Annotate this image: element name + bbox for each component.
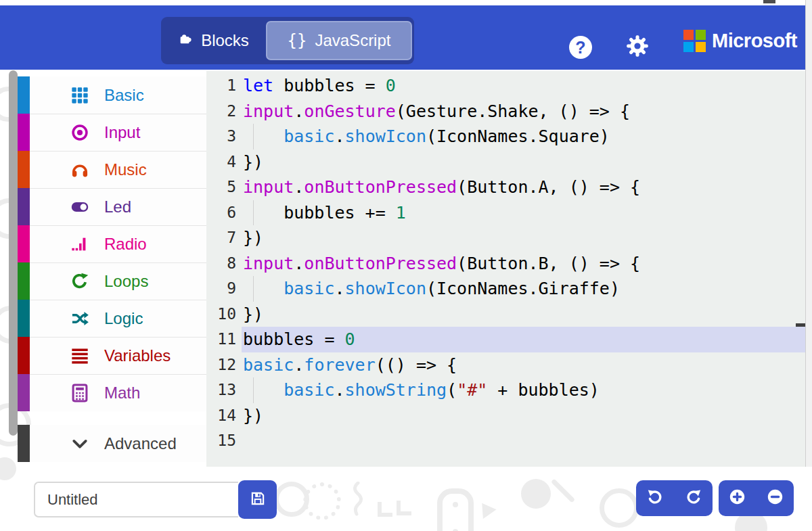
line-number: 15 (206, 428, 242, 454)
target-icon (70, 123, 89, 142)
code-text: input.onGesture(Gesture.Shake, () => { (242, 99, 805, 124)
sidebar-item-math[interactable]: Math (18, 374, 206, 411)
sidebar-item-label: Loops (104, 272, 148, 291)
line-number: 14 (206, 403, 242, 429)
doodle-shape (397, 501, 411, 515)
help-button[interactable]: ? (569, 36, 592, 59)
headphones-icon (70, 160, 89, 179)
category-color-strip (18, 337, 30, 374)
sidebar-item-music[interactable]: Music (18, 151, 206, 188)
puzzle-icon (178, 31, 193, 50)
editor-view-toggle: Blocks {} JavaScript (161, 17, 414, 64)
category-color-strip (18, 262, 30, 300)
category-color-strip (18, 374, 30, 411)
question-icon: ? (575, 38, 585, 57)
undo-button[interactable] (639, 480, 671, 516)
sidebar-item-loops[interactable]: Loops (18, 262, 206, 300)
code-text: bubbles += 1 (242, 200, 805, 226)
doodle-shape (0, 457, 16, 480)
zoom-out-button[interactable] (759, 480, 790, 516)
doodle-shape (475, 499, 496, 519)
code-line-15[interactable]: 15 (206, 428, 805, 454)
line-number: 2 (206, 99, 242, 124)
sidebar-item-advanced[interactable]: Advanced (18, 425, 206, 462)
code-text: basic.forever(() => { (242, 352, 805, 378)
sidebar-item-label: Math (104, 384, 140, 402)
code-line-11[interactable]: 11bubbles = 0 (206, 327, 805, 352)
code-text: input.onButtonPressed(Button.B, () => { (242, 251, 805, 277)
zoom-in-button[interactable] (722, 480, 753, 516)
code-line-12[interactable]: 12basic.forever(() => { (206, 352, 805, 378)
save-button[interactable] (238, 480, 277, 519)
category-color-strip (18, 76, 30, 114)
makecode-editor: Blocks {} JavaScript ? (0, 0, 812, 531)
project-name-input[interactable] (34, 482, 238, 517)
braces-icon: {} (288, 31, 307, 50)
sidebar-item-label: Radio (104, 235, 147, 254)
code-line-13[interactable]: 13 basic.showString("#" + bubbles) (206, 377, 805, 403)
code-line-7[interactable]: 7}) (206, 225, 805, 251)
sidebar-item-logic[interactable]: Logic (18, 300, 206, 337)
redo-button[interactable] (678, 480, 709, 516)
signal-icon (70, 235, 89, 254)
sidebar-item-label: Logic (104, 309, 143, 328)
code-line-14[interactable]: 14}) (206, 403, 805, 429)
code-line-6[interactable]: 6 bubbles += 1 (206, 200, 805, 226)
microsoft-logo[interactable]: Microsoft (683, 30, 797, 52)
sidebar-item-label: Music (104, 160, 147, 179)
app-header: Blocks {} JavaScript ? (0, 5, 805, 70)
blocks-view-button[interactable]: Blocks (161, 17, 266, 64)
code-text: basic.showIcon(IconNames.Giraffe) (242, 276, 805, 302)
line-number: 10 (206, 302, 242, 327)
zoom-group (719, 480, 794, 516)
javascript-label: JavaScript (315, 31, 390, 50)
sidebar-item-variables[interactable]: Variables (18, 337, 206, 374)
line-number: 1 (206, 73, 242, 99)
plus-circle-icon (728, 488, 746, 509)
code-text: let bubbles = 0 (242, 73, 805, 99)
code-line-1[interactable]: 1let bubbles = 0 (206, 73, 805, 99)
code-text: input.onButtonPressed(Button.A, () => { (242, 175, 805, 200)
code-text: }) (242, 403, 805, 429)
category-color-strip (18, 188, 30, 225)
line-number: 4 (206, 149, 242, 175)
gear-icon (625, 33, 650, 62)
repeat-icon (70, 272, 89, 291)
sidebar-item-basic[interactable]: Basic (18, 76, 206, 114)
sidebar-item-label: Led (104, 198, 131, 216)
javascript-view-button[interactable]: {} JavaScript (266, 21, 412, 60)
doodle-shape (378, 502, 392, 517)
code-line-8[interactable]: 8input.onButtonPressed(Button.B, () => { (206, 251, 805, 277)
category-color-strip (18, 151, 30, 188)
toggle-icon (70, 198, 89, 216)
sidebar-item-input[interactable]: Input (18, 114, 206, 151)
sidebar-item-radio[interactable]: Radio (18, 225, 206, 262)
category-color-strip (18, 425, 30, 462)
code-line-5[interactable]: 5input.onButtonPressed(Button.A, () => { (206, 175, 805, 200)
category-color-strip (18, 300, 30, 337)
code-line-10[interactable]: 10}) (206, 302, 805, 327)
code-line-2[interactable]: 2input.onGesture(Gesture.Shake, () => { (206, 99, 805, 124)
code-line-4[interactable]: 4}) (206, 149, 805, 175)
project-bar (34, 480, 277, 519)
line-number: 12 (206, 352, 242, 378)
sidebar-item-led[interactable]: Led (18, 188, 206, 225)
sidebar-scrollbar[interactable] (9, 70, 18, 436)
calculator-icon (70, 384, 89, 402)
doodle-shape (600, 488, 639, 528)
doodle-shape (521, 479, 551, 509)
overview-ruler-mark (796, 323, 805, 327)
microsoft-squares-icon (683, 30, 706, 52)
code-editor[interactable]: 1let bubbles = 02input.onGesture(Gesture… (206, 71, 805, 467)
sidebar-item-label: Advanced (104, 434, 177, 453)
blocks-label: Blocks (201, 31, 249, 50)
settings-button[interactable] (624, 34, 651, 61)
line-number: 5 (206, 175, 242, 200)
code-line-9[interactable]: 9 basic.showIcon(IconNames.Giraffe) (206, 276, 805, 302)
code-text: }) (242, 149, 805, 175)
browser-artifact (763, 0, 775, 3)
undo-redo-group (636, 480, 713, 516)
code-line-3[interactable]: 3 basic.showIcon(IconNames.Square) (206, 124, 805, 149)
line-number: 3 (206, 124, 242, 149)
category-color-strip (18, 225, 30, 262)
